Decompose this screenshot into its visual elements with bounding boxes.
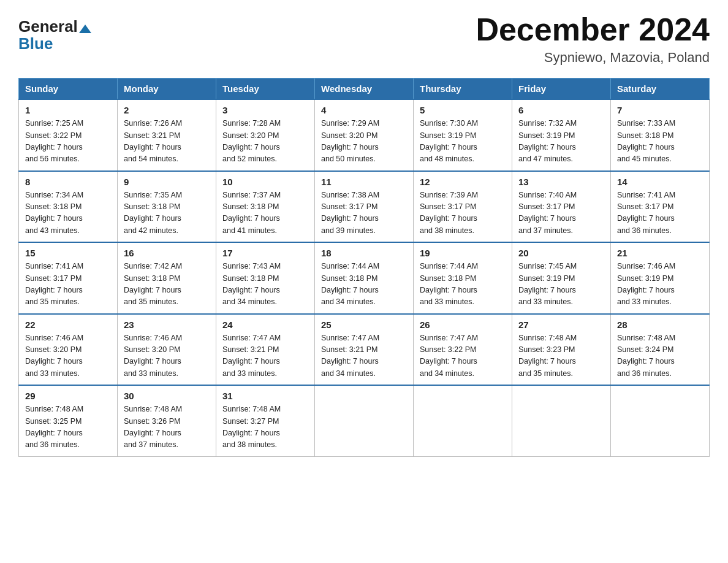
- calendar-cell: 13 Sunrise: 7:40 AMSunset: 3:17 PMDaylig…: [512, 171, 611, 243]
- week-row-1: 1 Sunrise: 7:25 AMSunset: 3:22 PMDayligh…: [19, 99, 710, 171]
- day-number: 29: [25, 391, 111, 401]
- weekday-header-tuesday: Tuesday: [216, 79, 315, 100]
- weekday-header-thursday: Thursday: [414, 79, 512, 100]
- logo-triangle-icon: [79, 25, 91, 33]
- day-number: 31: [222, 391, 308, 401]
- calendar-cell: 2 Sunrise: 7:26 AMSunset: 3:21 PMDayligh…: [118, 99, 216, 171]
- day-info: Sunrise: 7:47 AMSunset: 3:22 PMDaylight:…: [420, 332, 506, 380]
- week-row-2: 8 Sunrise: 7:34 AMSunset: 3:18 PMDayligh…: [19, 171, 710, 243]
- day-number: 19: [420, 248, 506, 258]
- day-number: 23: [124, 320, 210, 330]
- calendar-cell: 19 Sunrise: 7:44 AMSunset: 3:18 PMDaylig…: [414, 242, 512, 314]
- calendar-cell: [315, 385, 414, 456]
- day-number: 5: [420, 105, 506, 115]
- weekday-header-monday: Monday: [118, 79, 216, 100]
- day-info: Sunrise: 7:38 AMSunset: 3:17 PMDaylight:…: [321, 190, 407, 237]
- calendar-cell: 29 Sunrise: 7:48 AMSunset: 3:25 PMDaylig…: [19, 385, 118, 456]
- day-number: 15: [25, 248, 111, 258]
- weekday-header-wednesday: Wednesday: [315, 79, 414, 100]
- day-info: Sunrise: 7:25 AMSunset: 3:22 PMDaylight:…: [25, 118, 111, 166]
- day-number: 11: [321, 177, 407, 187]
- day-number: 14: [617, 177, 703, 187]
- calendar-cell: 4 Sunrise: 7:29 AMSunset: 3:20 PMDayligh…: [315, 99, 414, 171]
- day-info: Sunrise: 7:30 AMSunset: 3:19 PMDaylight:…: [420, 118, 506, 166]
- logo: General Blue: [18, 18, 93, 53]
- day-number: 13: [518, 177, 604, 187]
- day-number: 8: [25, 177, 111, 187]
- day-number: 6: [518, 105, 604, 115]
- day-info: Sunrise: 7:43 AMSunset: 3:18 PMDaylight:…: [222, 261, 308, 308]
- calendar-cell: 27 Sunrise: 7:48 AMSunset: 3:23 PMDaylig…: [512, 314, 611, 386]
- week-row-5: 29 Sunrise: 7:48 AMSunset: 3:25 PMDaylig…: [19, 385, 710, 456]
- calendar-cell: 24 Sunrise: 7:47 AMSunset: 3:21 PMDaylig…: [216, 314, 315, 386]
- day-info: Sunrise: 7:26 AMSunset: 3:21 PMDaylight:…: [124, 118, 210, 166]
- day-info: Sunrise: 7:47 AMSunset: 3:21 PMDaylight:…: [321, 332, 407, 380]
- calendar-cell: 12 Sunrise: 7:39 AMSunset: 3:17 PMDaylig…: [414, 171, 512, 243]
- day-number: 17: [222, 248, 308, 258]
- day-info: Sunrise: 7:47 AMSunset: 3:21 PMDaylight:…: [222, 332, 308, 380]
- title-area: December 2024 Sypniewo, Mazovia, Poland: [476, 12, 710, 66]
- day-number: 10: [222, 177, 308, 187]
- weekday-header-row: SundayMondayTuesdayWednesdayThursdayFrid…: [19, 79, 710, 100]
- weekday-header-friday: Friday: [512, 79, 611, 100]
- day-info: Sunrise: 7:44 AMSunset: 3:18 PMDaylight:…: [321, 261, 407, 308]
- day-info: Sunrise: 7:39 AMSunset: 3:17 PMDaylight:…: [420, 190, 506, 237]
- logo-blue-text: Blue: [18, 34, 53, 53]
- day-number: 18: [321, 248, 407, 258]
- calendar-cell: [512, 385, 611, 456]
- day-info: Sunrise: 7:48 AMSunset: 3:26 PMDaylight:…: [124, 404, 210, 451]
- day-info: Sunrise: 7:42 AMSunset: 3:18 PMDaylight:…: [124, 261, 210, 308]
- day-info: Sunrise: 7:45 AMSunset: 3:19 PMDaylight:…: [518, 261, 604, 308]
- day-info: Sunrise: 7:34 AMSunset: 3:18 PMDaylight:…: [25, 190, 111, 237]
- day-number: 27: [518, 320, 604, 330]
- day-number: 3: [222, 105, 308, 115]
- location-text: Sypniewo, Mazovia, Poland: [476, 50, 710, 66]
- day-info: Sunrise: 7:46 AMSunset: 3:20 PMDaylight:…: [25, 332, 111, 380]
- day-info: Sunrise: 7:44 AMSunset: 3:18 PMDaylight:…: [420, 261, 506, 308]
- calendar-cell: 10 Sunrise: 7:37 AMSunset: 3:18 PMDaylig…: [216, 171, 315, 243]
- calendar-cell: 6 Sunrise: 7:32 AMSunset: 3:19 PMDayligh…: [512, 99, 611, 171]
- calendar-cell: 16 Sunrise: 7:42 AMSunset: 3:18 PMDaylig…: [118, 242, 216, 314]
- calendar-cell: 14 Sunrise: 7:41 AMSunset: 3:17 PMDaylig…: [611, 171, 710, 243]
- day-number: 30: [124, 391, 210, 401]
- calendar-cell: 9 Sunrise: 7:35 AMSunset: 3:18 PMDayligh…: [118, 171, 216, 243]
- day-info: Sunrise: 7:37 AMSunset: 3:18 PMDaylight:…: [222, 190, 308, 237]
- day-number: 16: [124, 248, 210, 258]
- calendar-cell: 23 Sunrise: 7:46 AMSunset: 3:20 PMDaylig…: [118, 314, 216, 386]
- week-row-3: 15 Sunrise: 7:41 AMSunset: 3:17 PMDaylig…: [19, 242, 710, 314]
- calendar-cell: 11 Sunrise: 7:38 AMSunset: 3:17 PMDaylig…: [315, 171, 414, 243]
- calendar-cell: 25 Sunrise: 7:47 AMSunset: 3:21 PMDaylig…: [315, 314, 414, 386]
- day-number: 25: [321, 320, 407, 330]
- day-info: Sunrise: 7:41 AMSunset: 3:17 PMDaylight:…: [25, 261, 111, 308]
- day-number: 20: [518, 248, 604, 258]
- calendar-cell: 31 Sunrise: 7:48 AMSunset: 3:27 PMDaylig…: [216, 385, 315, 456]
- day-info: Sunrise: 7:48 AMSunset: 3:24 PMDaylight:…: [617, 332, 703, 380]
- day-number: 1: [25, 105, 111, 115]
- calendar-cell: 28 Sunrise: 7:48 AMSunset: 3:24 PMDaylig…: [611, 314, 710, 386]
- day-number: 9: [124, 177, 210, 187]
- calendar-cell: 7 Sunrise: 7:33 AMSunset: 3:18 PMDayligh…: [611, 99, 710, 171]
- day-number: 24: [222, 320, 308, 330]
- calendar-cell: 15 Sunrise: 7:41 AMSunset: 3:17 PMDaylig…: [19, 242, 118, 314]
- calendar-cell: 22 Sunrise: 7:46 AMSunset: 3:20 PMDaylig…: [19, 314, 118, 386]
- day-info: Sunrise: 7:41 AMSunset: 3:17 PMDaylight:…: [617, 190, 703, 237]
- calendar-cell: [414, 385, 512, 456]
- calendar-cell: 30 Sunrise: 7:48 AMSunset: 3:26 PMDaylig…: [118, 385, 216, 456]
- day-number: 12: [420, 177, 506, 187]
- day-info: Sunrise: 7:33 AMSunset: 3:18 PMDaylight:…: [617, 118, 703, 166]
- calendar-cell: [611, 385, 710, 456]
- day-info: Sunrise: 7:32 AMSunset: 3:19 PMDaylight:…: [518, 118, 604, 166]
- calendar-cell: 26 Sunrise: 7:47 AMSunset: 3:22 PMDaylig…: [414, 314, 512, 386]
- calendar-cell: 20 Sunrise: 7:45 AMSunset: 3:19 PMDaylig…: [512, 242, 611, 314]
- day-number: 4: [321, 105, 407, 115]
- day-info: Sunrise: 7:29 AMSunset: 3:20 PMDaylight:…: [321, 118, 407, 166]
- day-number: 22: [25, 320, 111, 330]
- day-number: 7: [617, 105, 703, 115]
- calendar-cell: 17 Sunrise: 7:43 AMSunset: 3:18 PMDaylig…: [216, 242, 315, 314]
- calendar-cell: 8 Sunrise: 7:34 AMSunset: 3:18 PMDayligh…: [19, 171, 118, 243]
- day-info: Sunrise: 7:40 AMSunset: 3:17 PMDaylight:…: [518, 190, 604, 237]
- day-info: Sunrise: 7:28 AMSunset: 3:20 PMDaylight:…: [222, 118, 308, 166]
- page-header: General Blue December 2024 Sypniewo, Maz…: [18, 12, 710, 66]
- day-info: Sunrise: 7:48 AMSunset: 3:25 PMDaylight:…: [25, 404, 111, 451]
- calendar-cell: 1 Sunrise: 7:25 AMSunset: 3:22 PMDayligh…: [19, 99, 118, 171]
